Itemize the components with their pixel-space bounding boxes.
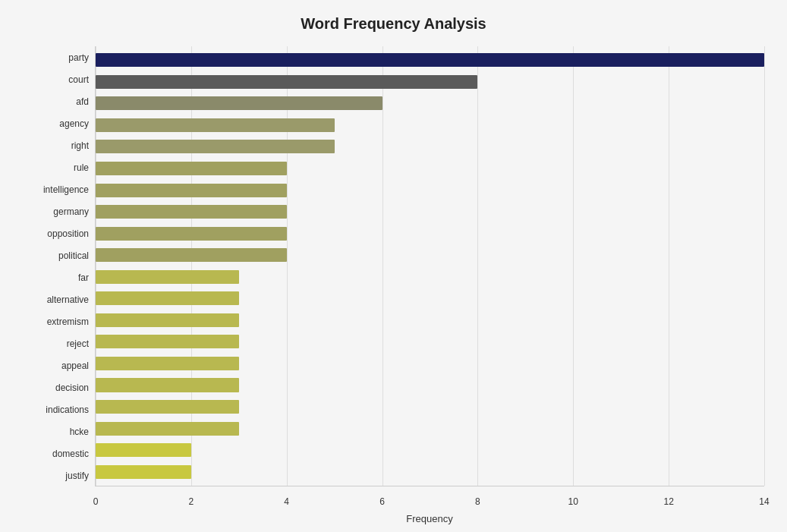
x-tick-label: 14 bbox=[759, 496, 769, 507]
y-label: opposition bbox=[47, 229, 89, 238]
y-label: afd bbox=[76, 97, 89, 106]
bar-row bbox=[96, 244, 764, 266]
gridline bbox=[764, 46, 765, 486]
bar bbox=[96, 162, 287, 175]
y-label: alternative bbox=[47, 295, 89, 304]
bar bbox=[96, 378, 239, 392]
bar-row bbox=[96, 417, 764, 439]
bar bbox=[96, 205, 287, 219]
bar bbox=[96, 248, 287, 262]
y-label: intelligence bbox=[43, 185, 89, 194]
bar bbox=[96, 184, 287, 197]
bar-row bbox=[96, 331, 764, 353]
bar-row bbox=[96, 201, 764, 223]
bar bbox=[96, 357, 239, 370]
x-tick-label: 4 bbox=[284, 496, 289, 507]
x-tick-label: 12 bbox=[663, 496, 673, 507]
chart-title: Word Frequency Analysis bbox=[23, 15, 764, 33]
bar bbox=[96, 270, 239, 284]
bar-row bbox=[96, 266, 764, 288]
bar-row bbox=[96, 461, 764, 483]
bar-row bbox=[96, 374, 764, 396]
bar-row bbox=[96, 49, 764, 71]
y-label: rule bbox=[74, 163, 89, 172]
chart-container: Word Frequency Analysis partycourtafdage… bbox=[0, 0, 787, 532]
bar bbox=[96, 53, 764, 67]
bar bbox=[96, 422, 239, 436]
bar-row bbox=[96, 222, 764, 244]
bars-area: 02468101214 bbox=[95, 46, 764, 486]
y-label: hcke bbox=[70, 427, 89, 436]
bar-row bbox=[96, 439, 764, 461]
bar-row bbox=[96, 115, 764, 137]
x-tick-label: 8 bbox=[475, 496, 480, 507]
y-label: right bbox=[71, 141, 89, 150]
bar-row bbox=[96, 158, 764, 180]
bar bbox=[96, 140, 335, 153]
y-label: political bbox=[58, 251, 89, 260]
x-tick-label: 2 bbox=[189, 496, 194, 507]
chart-area: partycourtafdagencyrightruleintelligence… bbox=[23, 46, 764, 486]
bar-row bbox=[96, 310, 764, 332]
y-label: domestic bbox=[52, 449, 89, 458]
bar bbox=[96, 465, 191, 479]
y-label: reject bbox=[67, 339, 89, 348]
y-label: far bbox=[78, 273, 89, 282]
y-label: decision bbox=[55, 383, 89, 392]
bar bbox=[96, 335, 239, 348]
y-label: agency bbox=[59, 119, 89, 128]
y-label: court bbox=[68, 75, 89, 84]
bar bbox=[96, 96, 382, 110]
bar bbox=[96, 118, 335, 132]
bar-row bbox=[96, 71, 764, 93]
bar bbox=[96, 75, 477, 89]
y-label: indications bbox=[46, 405, 89, 414]
bar-row bbox=[96, 136, 764, 158]
bar-row bbox=[96, 353, 764, 375]
bar bbox=[96, 313, 239, 327]
y-label: extremism bbox=[47, 317, 89, 326]
bar-row bbox=[96, 288, 764, 310]
x-tick-label: 6 bbox=[379, 496, 385, 507]
y-label: germany bbox=[53, 207, 89, 216]
bar-row bbox=[96, 93, 764, 115]
x-tick-label: 0 bbox=[93, 496, 99, 507]
bar bbox=[96, 443, 191, 457]
bar bbox=[96, 400, 239, 414]
y-label: party bbox=[68, 53, 89, 62]
y-label: appeal bbox=[61, 361, 89, 370]
y-labels: partycourtafdagencyrightruleintelligence… bbox=[23, 46, 95, 486]
bar bbox=[96, 291, 239, 305]
y-label: justify bbox=[65, 471, 89, 480]
bar-row bbox=[96, 179, 764, 201]
x-axis-title: Frequency bbox=[23, 513, 764, 524]
x-tick-label: 10 bbox=[568, 496, 578, 507]
bar bbox=[96, 227, 287, 241]
bar-row bbox=[96, 396, 764, 418]
